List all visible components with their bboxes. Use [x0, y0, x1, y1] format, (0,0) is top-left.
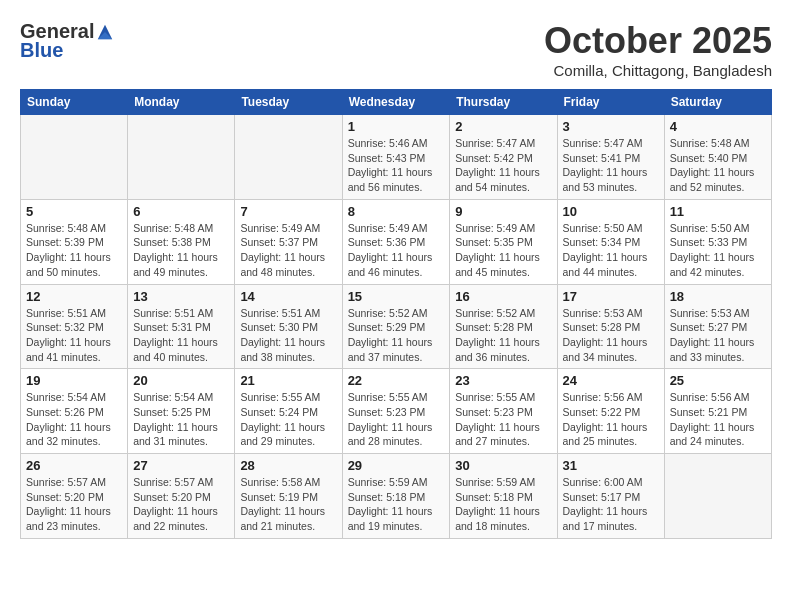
- day-info: Sunrise: 5:54 AMSunset: 5:26 PMDaylight:…: [26, 390, 122, 449]
- day-info: Sunrise: 5:50 AMSunset: 5:33 PMDaylight:…: [670, 221, 766, 280]
- day-info: Sunrise: 5:51 AMSunset: 5:31 PMDaylight:…: [133, 306, 229, 365]
- weekday-header-monday: Monday: [128, 90, 235, 115]
- day-number: 15: [348, 289, 445, 304]
- location-title: Comilla, Chittagong, Bangladesh: [544, 62, 772, 79]
- day-info: Sunrise: 5:57 AMSunset: 5:20 PMDaylight:…: [133, 475, 229, 534]
- day-info: Sunrise: 5:53 AMSunset: 5:27 PMDaylight:…: [670, 306, 766, 365]
- day-number: 23: [455, 373, 551, 388]
- weekday-header-row: SundayMondayTuesdayWednesdayThursdayFrid…: [21, 90, 772, 115]
- day-number: 12: [26, 289, 122, 304]
- calendar-cell: 18Sunrise: 5:53 AMSunset: 5:27 PMDayligh…: [664, 284, 771, 369]
- title-block: October 2025 Comilla, Chittagong, Bangla…: [544, 20, 772, 79]
- calendar-cell: 29Sunrise: 5:59 AMSunset: 5:18 PMDayligh…: [342, 454, 450, 539]
- calendar-cell: 7Sunrise: 5:49 AMSunset: 5:37 PMDaylight…: [235, 199, 342, 284]
- day-number: 26: [26, 458, 122, 473]
- calendar-cell: 21Sunrise: 5:55 AMSunset: 5:24 PMDayligh…: [235, 369, 342, 454]
- day-number: 24: [563, 373, 659, 388]
- calendar-cell: 2Sunrise: 5:47 AMSunset: 5:42 PMDaylight…: [450, 115, 557, 200]
- day-info: Sunrise: 5:48 AMSunset: 5:39 PMDaylight:…: [26, 221, 122, 280]
- calendar-cell: 31Sunrise: 6:00 AMSunset: 5:17 PMDayligh…: [557, 454, 664, 539]
- day-number: 20: [133, 373, 229, 388]
- day-info: Sunrise: 6:00 AMSunset: 5:17 PMDaylight:…: [563, 475, 659, 534]
- calendar-table: SundayMondayTuesdayWednesdayThursdayFrid…: [20, 89, 772, 539]
- day-number: 29: [348, 458, 445, 473]
- day-info: Sunrise: 5:59 AMSunset: 5:18 PMDaylight:…: [348, 475, 445, 534]
- day-info: Sunrise: 5:58 AMSunset: 5:19 PMDaylight:…: [240, 475, 336, 534]
- day-number: 3: [563, 119, 659, 134]
- calendar-cell: 9Sunrise: 5:49 AMSunset: 5:35 PMDaylight…: [450, 199, 557, 284]
- calendar-cell: [21, 115, 128, 200]
- calendar-cell: 5Sunrise: 5:48 AMSunset: 5:39 PMDaylight…: [21, 199, 128, 284]
- calendar-cell: 26Sunrise: 5:57 AMSunset: 5:20 PMDayligh…: [21, 454, 128, 539]
- day-info: Sunrise: 5:52 AMSunset: 5:29 PMDaylight:…: [348, 306, 445, 365]
- day-info: Sunrise: 5:49 AMSunset: 5:35 PMDaylight:…: [455, 221, 551, 280]
- weekday-header-thursday: Thursday: [450, 90, 557, 115]
- calendar-cell: 24Sunrise: 5:56 AMSunset: 5:22 PMDayligh…: [557, 369, 664, 454]
- day-number: 27: [133, 458, 229, 473]
- day-info: Sunrise: 5:47 AMSunset: 5:41 PMDaylight:…: [563, 136, 659, 195]
- day-number: 22: [348, 373, 445, 388]
- weekday-header-friday: Friday: [557, 90, 664, 115]
- calendar-cell: 4Sunrise: 5:48 AMSunset: 5:40 PMDaylight…: [664, 115, 771, 200]
- calendar-cell: 19Sunrise: 5:54 AMSunset: 5:26 PMDayligh…: [21, 369, 128, 454]
- day-number: 16: [455, 289, 551, 304]
- day-info: Sunrise: 5:47 AMSunset: 5:42 PMDaylight:…: [455, 136, 551, 195]
- day-info: Sunrise: 5:48 AMSunset: 5:38 PMDaylight:…: [133, 221, 229, 280]
- calendar-cell: [664, 454, 771, 539]
- calendar-cell: 6Sunrise: 5:48 AMSunset: 5:38 PMDaylight…: [128, 199, 235, 284]
- calendar-cell: 27Sunrise: 5:57 AMSunset: 5:20 PMDayligh…: [128, 454, 235, 539]
- day-number: 5: [26, 204, 122, 219]
- weekday-header-wednesday: Wednesday: [342, 90, 450, 115]
- calendar-cell: [128, 115, 235, 200]
- day-info: Sunrise: 5:52 AMSunset: 5:28 PMDaylight:…: [455, 306, 551, 365]
- calendar-cell: 1Sunrise: 5:46 AMSunset: 5:43 PMDaylight…: [342, 115, 450, 200]
- day-info: Sunrise: 5:57 AMSunset: 5:20 PMDaylight:…: [26, 475, 122, 534]
- calendar-week-3: 12Sunrise: 5:51 AMSunset: 5:32 PMDayligh…: [21, 284, 772, 369]
- day-number: 25: [670, 373, 766, 388]
- day-info: Sunrise: 5:53 AMSunset: 5:28 PMDaylight:…: [563, 306, 659, 365]
- day-info: Sunrise: 5:50 AMSunset: 5:34 PMDaylight:…: [563, 221, 659, 280]
- page-header: General Blue October 2025 Comilla, Chitt…: [20, 20, 772, 79]
- calendar-cell: 10Sunrise: 5:50 AMSunset: 5:34 PMDayligh…: [557, 199, 664, 284]
- weekday-header-tuesday: Tuesday: [235, 90, 342, 115]
- day-info: Sunrise: 5:55 AMSunset: 5:24 PMDaylight:…: [240, 390, 336, 449]
- calendar-week-2: 5Sunrise: 5:48 AMSunset: 5:39 PMDaylight…: [21, 199, 772, 284]
- logo: General Blue: [20, 20, 114, 62]
- day-info: Sunrise: 5:49 AMSunset: 5:37 PMDaylight:…: [240, 221, 336, 280]
- weekday-header-sunday: Sunday: [21, 90, 128, 115]
- day-number: 10: [563, 204, 659, 219]
- calendar-cell: 13Sunrise: 5:51 AMSunset: 5:31 PMDayligh…: [128, 284, 235, 369]
- calendar-week-1: 1Sunrise: 5:46 AMSunset: 5:43 PMDaylight…: [21, 115, 772, 200]
- calendar-week-4: 19Sunrise: 5:54 AMSunset: 5:26 PMDayligh…: [21, 369, 772, 454]
- day-info: Sunrise: 5:46 AMSunset: 5:43 PMDaylight:…: [348, 136, 445, 195]
- calendar-cell: 20Sunrise: 5:54 AMSunset: 5:25 PMDayligh…: [128, 369, 235, 454]
- day-number: 2: [455, 119, 551, 134]
- day-info: Sunrise: 5:55 AMSunset: 5:23 PMDaylight:…: [348, 390, 445, 449]
- day-info: Sunrise: 5:55 AMSunset: 5:23 PMDaylight:…: [455, 390, 551, 449]
- calendar-cell: 25Sunrise: 5:56 AMSunset: 5:21 PMDayligh…: [664, 369, 771, 454]
- calendar-cell: 16Sunrise: 5:52 AMSunset: 5:28 PMDayligh…: [450, 284, 557, 369]
- day-info: Sunrise: 5:48 AMSunset: 5:40 PMDaylight:…: [670, 136, 766, 195]
- day-info: Sunrise: 5:54 AMSunset: 5:25 PMDaylight:…: [133, 390, 229, 449]
- day-number: 17: [563, 289, 659, 304]
- day-number: 1: [348, 119, 445, 134]
- calendar-cell: 14Sunrise: 5:51 AMSunset: 5:30 PMDayligh…: [235, 284, 342, 369]
- day-number: 13: [133, 289, 229, 304]
- day-number: 11: [670, 204, 766, 219]
- day-number: 8: [348, 204, 445, 219]
- day-number: 14: [240, 289, 336, 304]
- day-info: Sunrise: 5:49 AMSunset: 5:36 PMDaylight:…: [348, 221, 445, 280]
- calendar-cell: 8Sunrise: 5:49 AMSunset: 5:36 PMDaylight…: [342, 199, 450, 284]
- day-number: 28: [240, 458, 336, 473]
- calendar-cell: 17Sunrise: 5:53 AMSunset: 5:28 PMDayligh…: [557, 284, 664, 369]
- day-info: Sunrise: 5:51 AMSunset: 5:30 PMDaylight:…: [240, 306, 336, 365]
- day-number: 6: [133, 204, 229, 219]
- calendar-cell: 15Sunrise: 5:52 AMSunset: 5:29 PMDayligh…: [342, 284, 450, 369]
- day-info: Sunrise: 5:56 AMSunset: 5:21 PMDaylight:…: [670, 390, 766, 449]
- calendar-cell: 28Sunrise: 5:58 AMSunset: 5:19 PMDayligh…: [235, 454, 342, 539]
- weekday-header-saturday: Saturday: [664, 90, 771, 115]
- calendar-cell: 23Sunrise: 5:55 AMSunset: 5:23 PMDayligh…: [450, 369, 557, 454]
- day-info: Sunrise: 5:56 AMSunset: 5:22 PMDaylight:…: [563, 390, 659, 449]
- calendar-cell: 3Sunrise: 5:47 AMSunset: 5:41 PMDaylight…: [557, 115, 664, 200]
- day-number: 7: [240, 204, 336, 219]
